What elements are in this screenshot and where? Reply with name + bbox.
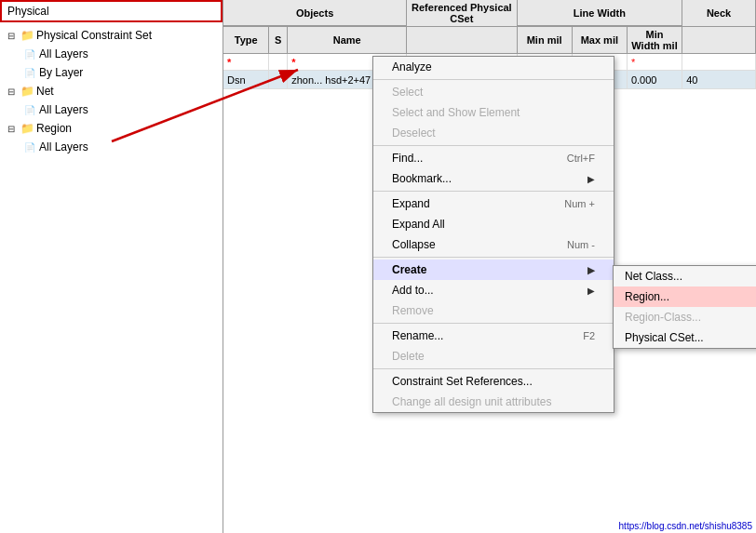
table-header-row1: Objects Referenced Physical CSet Line Wi… (223, 0, 756, 27)
label-net: Net (34, 85, 54, 98)
menu-label-cad: Change all design unit attributes (392, 395, 551, 408)
menu-label-analyze: Analyze (392, 60, 432, 73)
menu-label-expand-all: Expand All (392, 218, 445, 231)
tree-item-pcs-all-layers[interactable]: 📄 All Layers (0, 45, 223, 63)
menu-item-expand[interactable]: Expand Num + (373, 193, 614, 214)
asterisk-minw: * (628, 54, 682, 70)
folder-icon-pcs: 📁 (20, 29, 34, 42)
subheader-ref (407, 27, 517, 53)
leaf-icon-region-all: 📄 (22, 140, 37, 154)
menu-item-rename[interactable]: Rename... F2 (373, 326, 614, 346)
leaf-icon-pcs-by: 📄 (22, 65, 37, 80)
shortcut-expand: Num + (564, 198, 595, 209)
arrow-add-to: ▶ (587, 286, 595, 296)
leaf-icon-pcs-all: 📄 (22, 47, 37, 61)
menu-item-constraint-set-refs[interactable]: Constraint Set References... (373, 371, 614, 392)
menu-item-find[interactable]: Find... Ctrl+F (373, 148, 614, 168)
table-subheader-row: Type S Name Min mil Max mil Min Width mi… (223, 27, 756, 54)
label-pcs-all-layers: All Layers (37, 47, 88, 60)
subheader-type: Type (223, 27, 269, 53)
submenu-label-net-class: Net Class... (625, 270, 682, 283)
tree-item-physical-constraint-set[interactable]: ⊟ 📁 Physical Constraint Set (0, 26, 223, 45)
menu-item-create[interactable]: Create ▶ (373, 260, 614, 280)
folder-icon-region: 📁 (20, 122, 34, 135)
menu-label-add-to: Add to... (392, 284, 434, 297)
cell-s (269, 71, 288, 88)
subheader-minwidth: Min Width mil (628, 27, 682, 53)
submenu-item-region[interactable]: Region... (614, 286, 756, 307)
cell-neck-val: 40 (682, 71, 756, 88)
left-panel: Physical ⊟ 📁 Physical Constraint Set 📄 A… (0, 0, 223, 533)
menu-item-delete[interactable]: Delete (373, 346, 614, 366)
label-net-all-layers: All Layers (37, 103, 88, 116)
submenu-item-physical-cset[interactable]: Physical CSet... (614, 327, 756, 348)
menu-label-delete: Delete (392, 350, 425, 363)
subheader-s: S (269, 27, 288, 53)
asterisk-neck (682, 54, 756, 70)
menu-label-csr: Constraint Set References... (392, 375, 533, 388)
shortcut-collapse: Num - (567, 239, 595, 250)
header-objects: Objects (223, 0, 407, 26)
panel-title: Physical (0, 0, 223, 22)
label-region-all-layers: All Layers (37, 140, 88, 153)
expander-net[interactable]: ⊟ (7, 87, 20, 97)
menu-item-add-to[interactable]: Add to... ▶ (373, 280, 614, 300)
menu-label-select-show: Select and Show Element (392, 106, 520, 119)
menu-sep-3 (373, 191, 614, 192)
asterisk-s (269, 54, 288, 70)
menu-label-expand: Expand (392, 197, 430, 210)
menu-label-bookmark: Bookmark... (392, 172, 452, 185)
expander-physical-cs[interactable]: ⊟ (7, 31, 20, 41)
tree-item-region[interactable]: ⊟ 📁 Region (0, 119, 223, 138)
menu-item-bookmark[interactable]: Bookmark... ▶ (373, 168, 614, 189)
submenu-item-net-class[interactable]: Net Class... (614, 266, 756, 286)
asterisk-type: * (223, 54, 269, 70)
arrow-create: ▶ (587, 265, 595, 275)
menu-item-change-all-design[interactable]: Change all design unit attributes (373, 392, 614, 412)
label-physical-cs: Physical Constraint Set (34, 29, 152, 42)
menu-sep-2 (373, 145, 614, 146)
subheader-min: Min mil (518, 27, 573, 53)
menu-label-collapse: Collapse (392, 238, 436, 251)
cell-type: Dsn (223, 71, 269, 88)
subheader-name: Name (288, 27, 407, 53)
menu-sep-6 (373, 368, 614, 369)
submenu: Net Class... Region... Region-Class... P… (613, 265, 756, 349)
subheader-neck-col (682, 27, 756, 53)
menu-label-find: Find... (392, 152, 423, 165)
menu-sep-1 (373, 79, 614, 80)
submenu-item-region-class[interactable]: Region-Class... (614, 307, 756, 327)
tree-item-net[interactable]: ⊟ 📁 Net (0, 82, 223, 100)
label-region: Region (34, 122, 72, 135)
menu-label-deselect: Deselect (392, 127, 436, 140)
menu-sep-5 (373, 323, 614, 324)
menu-item-collapse[interactable]: Collapse Num - (373, 234, 614, 255)
menu-sep-4 (373, 257, 614, 258)
menu-label-rename: Rename... (392, 329, 443, 342)
menu-item-select-show[interactable]: Select and Show Element (373, 102, 614, 123)
shortcut-find: Ctrl+F (567, 153, 595, 164)
header-line-width: Line Width (518, 0, 682, 26)
menu-label-select: Select (392, 86, 423, 99)
app-window: Physical ⊟ 📁 Physical Constraint Set 📄 A… (0, 0, 756, 533)
tree-item-region-all-layers[interactable]: 📄 All Layers (0, 138, 223, 156)
label-pcs-by-layer: By Layer (37, 66, 83, 79)
tree-container: ⊟ 📁 Physical Constraint Set 📄 All Layers… (0, 22, 223, 160)
shortcut-rename: F2 (583, 330, 595, 341)
folder-icon-net: 📁 (20, 85, 34, 98)
menu-item-analyze[interactable]: Analyze (373, 57, 614, 77)
menu-item-remove[interactable]: Remove (373, 300, 614, 321)
menu-item-deselect[interactable]: Deselect (373, 123, 614, 143)
submenu-label-region-class: Region-Class... (625, 311, 701, 324)
tree-item-net-all-layers[interactable]: 📄 All Layers (0, 100, 223, 119)
cell-minw: 0.000 (628, 71, 682, 88)
menu-item-select[interactable]: Select (373, 82, 614, 102)
context-menu: Analyze Select Select and Show Element D… (372, 56, 614, 413)
tree-item-pcs-by-layer[interactable]: 📄 By Layer (0, 63, 223, 82)
header-neck: Neck (682, 0, 756, 26)
expander-region[interactable]: ⊟ (7, 124, 20, 134)
menu-item-expand-all[interactable]: Expand All (373, 214, 614, 234)
subheader-max: Max mil (573, 27, 628, 53)
leaf-icon-net-all: 📄 (22, 102, 37, 117)
watermark: https://blog.csdn.net/shishu8385 (619, 521, 752, 531)
